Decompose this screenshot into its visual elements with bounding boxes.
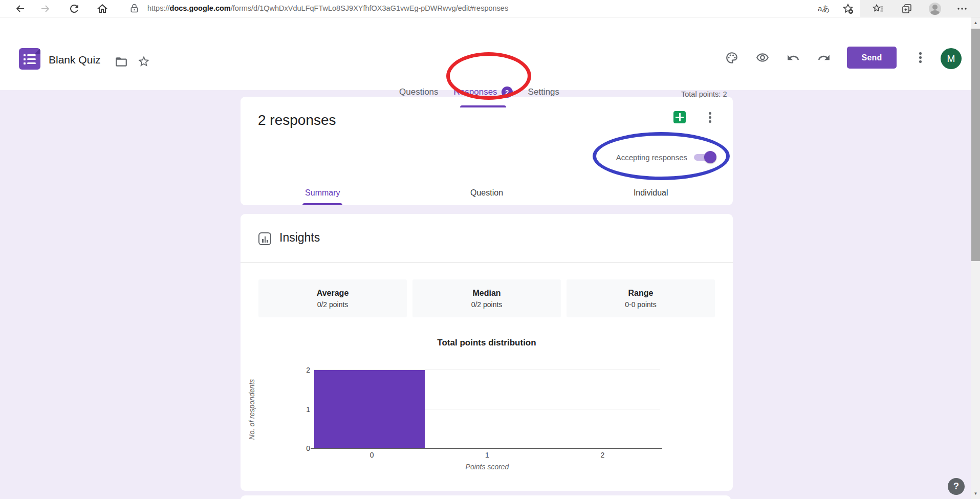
browser-toolbar: https://docs.google.com/forms/d/1QwhDxVd… bbox=[0, 0, 980, 17]
chart-x-tick: 1 bbox=[429, 451, 545, 459]
scroll-up-icon[interactable]: ▲ bbox=[971, 18, 980, 27]
chart-y-tick: 2 bbox=[292, 366, 310, 374]
link-to-sheets-icon[interactable] bbox=[673, 111, 686, 123]
browser-menu-icon[interactable] bbox=[956, 3, 968, 15]
accepting-responses-row: Accepting responses bbox=[616, 150, 716, 164]
chart-title: Total points distribution bbox=[241, 338, 733, 348]
insights-title: Insights bbox=[279, 231, 320, 245]
help-button[interactable]: ? bbox=[948, 478, 965, 495]
chart-plot-area bbox=[314, 370, 660, 448]
chart-band bbox=[429, 370, 545, 448]
translate-icon[interactable]: aあ bbox=[818, 4, 830, 14]
theme-palette-icon[interactable] bbox=[725, 51, 738, 64]
profile-head-icon bbox=[932, 5, 938, 10]
tab-question[interactable]: Question bbox=[405, 181, 569, 205]
address-bar[interactable]: https://docs.google.com/forms/d/1QwhDxVd… bbox=[147, 4, 508, 12]
insights-card: Insights Average 0/2 points Median 0/2 p… bbox=[241, 214, 733, 491]
responses-card: 2 responses Accepting responses Summary … bbox=[241, 97, 733, 205]
chart-bar bbox=[314, 370, 425, 448]
add-favorite-star-icon[interactable] bbox=[842, 3, 854, 15]
forward-icon[interactable] bbox=[39, 3, 51, 15]
tab-settings[interactable]: Settings bbox=[528, 87, 559, 97]
active-tab-underline bbox=[460, 105, 506, 107]
account-avatar[interactable]: M bbox=[941, 48, 962, 69]
back-icon[interactable] bbox=[14, 3, 27, 15]
favorites-bar-icon[interactable] bbox=[872, 3, 884, 15]
responses-count-title: 2 responses bbox=[258, 112, 336, 128]
url-protocol: https:// bbox=[147, 4, 170, 12]
collections-icon[interactable] bbox=[901, 3, 913, 15]
url-path: /forms/d/1QwhDxVduLFqFTwLo8SJ9XYfhfOX3aG… bbox=[231, 4, 508, 12]
move-folder-icon[interactable] bbox=[115, 55, 128, 69]
chart-band bbox=[314, 370, 429, 448]
forms-header: Blank Quiz Send M Questions Responses 2 … bbox=[0, 17, 980, 90]
stats-row: Average 0/2 points Median 0/2 points Ran… bbox=[258, 279, 715, 317]
toggle-knob bbox=[704, 151, 716, 163]
scroll-down-icon[interactable]: ▼ bbox=[971, 489, 980, 498]
star-icon[interactable] bbox=[137, 55, 150, 68]
next-card-partial bbox=[241, 495, 731, 499]
responses-count-badge: 2 bbox=[502, 86, 513, 98]
form-title[interactable]: Blank Quiz bbox=[49, 54, 101, 66]
chart-band bbox=[545, 370, 660, 448]
chart-x-tick: 2 bbox=[545, 451, 660, 459]
tab-summary[interactable]: Summary bbox=[241, 181, 405, 205]
undo-icon[interactable] bbox=[787, 51, 800, 64]
more-options-icon[interactable] bbox=[914, 51, 926, 63]
chart-x-axis-line bbox=[311, 448, 662, 449]
chart-y-ticks: 012 bbox=[292, 370, 310, 448]
url-domain: docs.google.com bbox=[170, 4, 231, 12]
total-points-label: Total points: 2 bbox=[681, 90, 732, 98]
lock-icon[interactable] bbox=[129, 3, 140, 14]
insights-header: Insights bbox=[241, 214, 733, 263]
accepting-responses-label: Accepting responses bbox=[616, 153, 687, 162]
chart-x-ticks: 012 bbox=[314, 451, 660, 459]
refresh-icon[interactable] bbox=[68, 3, 80, 15]
home-icon[interactable] bbox=[96, 3, 108, 15]
insights-chart-icon bbox=[258, 232, 271, 245]
main-content: 2 responses Accepting responses Summary … bbox=[0, 90, 980, 499]
tab-responses[interactable]: Responses 2 bbox=[454, 86, 513, 98]
send-button[interactable]: Send bbox=[847, 47, 897, 69]
scrollbar-thumb[interactable] bbox=[971, 29, 980, 261]
browser-profile-avatar[interactable] bbox=[929, 3, 941, 15]
accepting-responses-toggle[interactable] bbox=[694, 153, 716, 161]
tab-questions[interactable]: Questions bbox=[399, 87, 439, 97]
stat-average: Average 0/2 points bbox=[258, 279, 407, 317]
forms-logo-icon[interactable] bbox=[19, 48, 40, 70]
nav-tabs: Questions Responses 2 Settings bbox=[399, 79, 559, 105]
scrollbar[interactable]: ▲ ▼ bbox=[971, 17, 980, 499]
stat-median: Median 0/2 points bbox=[412, 279, 561, 317]
response-view-tabs: Summary Question Individual bbox=[241, 181, 733, 205]
chart-x-axis-label: Points scored bbox=[314, 463, 660, 471]
preview-eye-icon[interactable] bbox=[756, 51, 769, 64]
chart-y-axis-label: No. of respondents bbox=[247, 370, 257, 448]
responses-more-options-icon[interactable] bbox=[704, 111, 716, 123]
summary-tab-underline bbox=[302, 203, 342, 205]
chart-x-tick: 0 bbox=[314, 451, 429, 459]
tab-individual[interactable]: Individual bbox=[569, 181, 733, 205]
chart-y-tick: 1 bbox=[292, 405, 310, 414]
chart-y-tick: 0 bbox=[292, 444, 310, 452]
stat-range: Range 0-0 points bbox=[567, 279, 715, 317]
redo-icon[interactable] bbox=[817, 51, 831, 64]
